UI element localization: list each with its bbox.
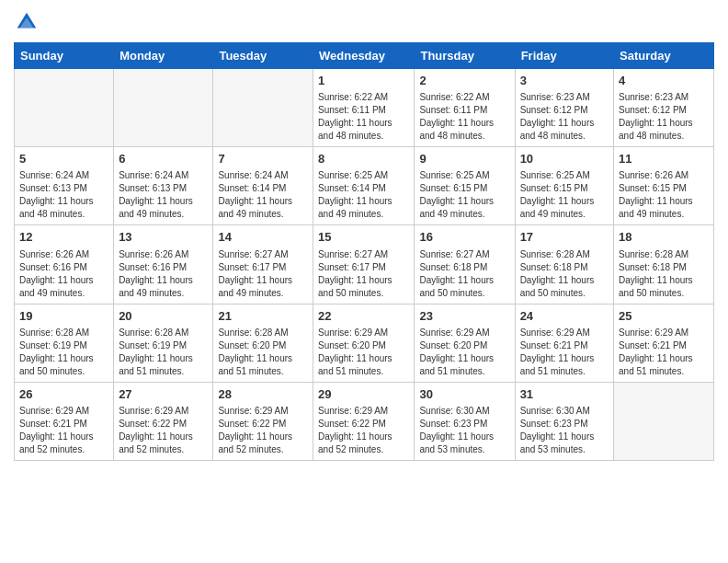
day-info: Sunrise: 6:30 AMSunset: 6:23 PMDaylight:… [520,405,609,456]
day-info: Sunrise: 6:25 AMSunset: 6:15 PMDaylight:… [520,169,609,221]
calendar-cell: 21Sunrise: 6:28 AMSunset: 6:20 PMDayligh… [213,304,313,382]
day-number: 20 [119,308,208,325]
day-number: 12 [19,229,108,246]
calendar-week: 1Sunrise: 6:22 AMSunset: 6:11 PMDaylight… [15,69,714,147]
calendar-cell: 7Sunrise: 6:24 AMSunset: 6:14 PMDaylight… [213,147,313,225]
day-number: 9 [419,151,509,167]
day-number: 3 [520,73,609,89]
day-info: Sunrise: 6:24 AMSunset: 6:13 PMDaylight:… [119,169,208,221]
day-number: 19 [19,308,108,325]
calendar-week: 19Sunrise: 6:28 AMSunset: 6:19 PMDayligh… [15,304,714,382]
dow-header: Monday [114,43,213,69]
day-number: 11 [619,151,709,167]
day-info: Sunrise: 6:26 AMSunset: 6:16 PMDaylight:… [119,248,208,300]
calendar-cell: 29Sunrise: 6:29 AMSunset: 6:22 PMDayligh… [313,382,415,460]
calendar-cell: 17Sunrise: 6:28 AMSunset: 6:18 PMDayligh… [515,225,613,304]
calendar-cell: 16Sunrise: 6:27 AMSunset: 6:18 PMDayligh… [415,225,515,304]
day-info: Sunrise: 6:28 AMSunset: 6:19 PMDaylight:… [19,327,108,378]
calendar-cell: 22Sunrise: 6:29 AMSunset: 6:20 PMDayligh… [313,304,415,382]
day-number: 21 [218,308,308,325]
calendar-cell: 18Sunrise: 6:28 AMSunset: 6:18 PMDayligh… [614,225,714,304]
day-info: Sunrise: 6:29 AMSunset: 6:22 PMDaylight:… [119,405,208,456]
calendar-cell: 9Sunrise: 6:25 AMSunset: 6:15 PMDaylight… [415,147,515,225]
day-number: 2 [419,73,509,89]
day-info: Sunrise: 6:24 AMSunset: 6:13 PMDaylight:… [19,169,108,221]
day-number: 30 [419,386,509,403]
day-number: 22 [318,308,409,325]
day-info: Sunrise: 6:29 AMSunset: 6:21 PMDaylight:… [619,327,709,378]
day-info: Sunrise: 6:28 AMSunset: 6:19 PMDaylight:… [119,327,208,378]
calendar-cell: 30Sunrise: 6:30 AMSunset: 6:23 PMDayligh… [415,382,515,460]
day-number: 8 [318,151,409,167]
day-number: 23 [419,308,509,325]
day-info: Sunrise: 6:23 AMSunset: 6:12 PMDaylight:… [619,91,709,143]
calendar-cell: 10Sunrise: 6:25 AMSunset: 6:15 PMDayligh… [515,147,613,225]
day-info: Sunrise: 6:26 AMSunset: 6:16 PMDaylight:… [19,248,108,300]
dow-header: Friday [515,43,613,69]
calendar-cell: 12Sunrise: 6:26 AMSunset: 6:16 PMDayligh… [15,225,114,304]
calendar-body: 1Sunrise: 6:22 AMSunset: 6:11 PMDaylight… [15,69,714,461]
day-info: Sunrise: 6:29 AMSunset: 6:20 PMDaylight:… [419,327,509,378]
dow-header: Wednesday [313,43,415,69]
day-number: 26 [19,386,108,403]
day-info: Sunrise: 6:27 AMSunset: 6:17 PMDaylight:… [218,248,308,300]
day-info: Sunrise: 6:25 AMSunset: 6:15 PMDaylight:… [419,169,509,221]
calendar-cell [15,69,114,147]
day-number: 13 [119,229,208,246]
day-info: Sunrise: 6:29 AMSunset: 6:21 PMDaylight:… [520,327,609,378]
calendar-cell: 20Sunrise: 6:28 AMSunset: 6:19 PMDayligh… [114,304,213,382]
calendar-cell: 28Sunrise: 6:29 AMSunset: 6:22 PMDayligh… [213,382,313,460]
dow-header: Sunday [15,43,114,69]
day-number: 29 [318,386,409,403]
dow-header: Thursday [415,43,515,69]
day-info: Sunrise: 6:23 AMSunset: 6:12 PMDaylight:… [520,91,609,143]
calendar-cell: 2Sunrise: 6:22 AMSunset: 6:11 PMDaylight… [415,69,515,147]
day-info: Sunrise: 6:28 AMSunset: 6:18 PMDaylight:… [520,248,609,300]
header [14,9,714,35]
day-info: Sunrise: 6:29 AMSunset: 6:22 PMDaylight:… [218,405,308,456]
page: SundayMondayTuesdayWednesdayThursdayFrid… [0,0,728,563]
day-info: Sunrise: 6:29 AMSunset: 6:20 PMDaylight:… [318,327,409,378]
day-number: 4 [619,73,709,89]
calendar: SundayMondayTuesdayWednesdayThursdayFrid… [14,42,714,461]
day-info: Sunrise: 6:29 AMSunset: 6:21 PMDaylight:… [19,405,108,456]
calendar-cell: 1Sunrise: 6:22 AMSunset: 6:11 PMDaylight… [313,69,415,147]
day-info: Sunrise: 6:27 AMSunset: 6:18 PMDaylight:… [419,248,509,300]
calendar-cell: 26Sunrise: 6:29 AMSunset: 6:21 PMDayligh… [15,382,114,460]
calendar-cell: 15Sunrise: 6:27 AMSunset: 6:17 PMDayligh… [313,225,415,304]
calendar-cell: 27Sunrise: 6:29 AMSunset: 6:22 PMDayligh… [114,382,213,460]
day-number: 28 [218,386,308,403]
day-number: 24 [520,308,609,325]
logo [14,9,43,35]
calendar-cell [114,69,213,147]
day-info: Sunrise: 6:30 AMSunset: 6:23 PMDaylight:… [419,405,509,456]
day-number: 31 [520,386,609,403]
calendar-cell: 13Sunrise: 6:26 AMSunset: 6:16 PMDayligh… [114,225,213,304]
day-number: 27 [119,386,208,403]
day-number: 14 [218,229,308,246]
calendar-week: 5Sunrise: 6:24 AMSunset: 6:13 PMDaylight… [15,147,714,225]
day-number: 1 [318,73,409,89]
day-info: Sunrise: 6:24 AMSunset: 6:14 PMDaylight:… [218,169,308,221]
calendar-cell [213,69,313,147]
calendar-cell: 19Sunrise: 6:28 AMSunset: 6:19 PMDayligh… [15,304,114,382]
calendar-cell [614,382,714,460]
day-info: Sunrise: 6:25 AMSunset: 6:14 PMDaylight:… [318,169,409,221]
dow-header: Tuesday [213,43,313,69]
day-number: 16 [419,229,509,246]
day-info: Sunrise: 6:28 AMSunset: 6:20 PMDaylight:… [218,327,308,378]
day-info: Sunrise: 6:29 AMSunset: 6:22 PMDaylight:… [318,405,409,456]
day-info: Sunrise: 6:22 AMSunset: 6:11 PMDaylight:… [318,91,409,143]
day-info: Sunrise: 6:28 AMSunset: 6:18 PMDaylight:… [619,248,709,300]
calendar-cell: 4Sunrise: 6:23 AMSunset: 6:12 PMDaylight… [614,69,714,147]
calendar-week: 12Sunrise: 6:26 AMSunset: 6:16 PMDayligh… [15,225,714,304]
calendar-cell: 6Sunrise: 6:24 AMSunset: 6:13 PMDaylight… [114,147,213,225]
day-info: Sunrise: 6:27 AMSunset: 6:17 PMDaylight:… [318,248,409,300]
calendar-cell: 8Sunrise: 6:25 AMSunset: 6:14 PMDaylight… [313,147,415,225]
calendar-cell: 24Sunrise: 6:29 AMSunset: 6:21 PMDayligh… [515,304,613,382]
day-info: Sunrise: 6:22 AMSunset: 6:11 PMDaylight:… [419,91,509,143]
calendar-cell: 31Sunrise: 6:30 AMSunset: 6:23 PMDayligh… [515,382,613,460]
day-of-week-row: SundayMondayTuesdayWednesdayThursdayFrid… [15,43,714,69]
calendar-cell: 5Sunrise: 6:24 AMSunset: 6:13 PMDaylight… [15,147,114,225]
calendar-cell: 25Sunrise: 6:29 AMSunset: 6:21 PMDayligh… [614,304,714,382]
